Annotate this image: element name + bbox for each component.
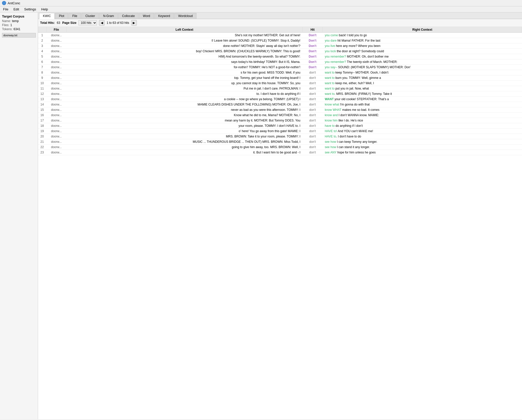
row-hit: Don't <box>302 33 323 38</box>
sidebar-files-row: Files: 1 <box>2 23 36 27</box>
row-file[interactable]: doorw... <box>46 145 66 150</box>
row-left-context: your room, please. TOMMY: I don't HAVE t… <box>66 123 302 129</box>
row-left-context: MAMIE CLEARS DISHES UNDER THE FOLLOWING)… <box>66 102 302 107</box>
table-row: 6doorw...says today's his birthday! TOMM… <box>38 59 522 65</box>
row-file[interactable]: doorw... <box>46 123 66 129</box>
sidebar-file-item[interactable]: doorway.txt <box>2 33 36 38</box>
tab-word[interactable]: Word <box>139 13 154 19</box>
row-file[interactable]: doorw... <box>46 139 66 145</box>
menu-settings[interactable]: Settings <box>22 7 38 12</box>
row-right-context: you come back! I told you to go <box>323 33 522 38</box>
row-file[interactable]: doorw... <box>46 118 66 123</box>
table-row: 2doorw...t! Leave him alone! SOUND: (SCU… <box>38 38 522 43</box>
sidebar-name-label: Name: <box>2 19 11 23</box>
menu-file[interactable]: File <box>1 7 10 12</box>
row-file[interactable]: doorw... <box>46 86 66 91</box>
row-right-context: see ANY hope for him unless he goes <box>323 150 522 155</box>
row-right-context: you lock the door at night? Somebody cou… <box>323 49 522 54</box>
row-file[interactable]: doorw... <box>46 134 66 139</box>
tab-kwic[interactable]: KWIC <box>39 13 55 19</box>
row-num: 7 <box>38 65 46 70</box>
row-file[interactable]: doorw... <box>46 102 66 107</box>
row-right-context: know WHAT makes me so bad. It comes <box>323 107 522 113</box>
row-left-context: to. I don't have to do anything if I <box>66 91 302 97</box>
row-right-context: have to do anything if I don't <box>323 123 522 129</box>
row-right-context: want to put you in jail. Now, what <box>323 86 522 91</box>
row-num: 2 <box>38 38 46 43</box>
row-hit: Don't <box>302 59 323 65</box>
row-hit: don't <box>302 123 323 129</box>
row-file[interactable]: doorw... <box>46 150 66 155</box>
row-num: 22 <box>38 145 46 150</box>
row-file[interactable]: doorw... <box>46 54 66 59</box>
row-right-context: want to keep Tommy-- MOTHER: Oooh, I did… <box>323 70 522 75</box>
row-file[interactable]: doorw... <box>46 59 66 65</box>
row-left-context: never as bad as you were this afternoon.… <box>66 107 302 113</box>
row-right-context: want to. MRS. BROWN: (FIRMLY) Tommy. Tak… <box>323 91 522 97</box>
row-num: 1 <box>38 33 46 38</box>
row-num: 6 <box>38 59 46 65</box>
tab-keyword[interactable]: Keyword <box>155 13 174 19</box>
row-file[interactable]: doorw... <box>46 33 66 38</box>
menu-help[interactable]: Help <box>39 7 50 12</box>
page-size-select[interactable]: 50 hits 100 hits 200 hits <box>78 20 97 25</box>
row-right-context: HAVE to. I don't have to do <box>323 134 522 139</box>
row-left-context: She's not my mother! MOTHER: Get out of … <box>66 33 302 38</box>
row-hit: don't <box>302 81 323 86</box>
row-file[interactable]: doorw... <box>46 38 66 43</box>
row-left-context: HIM) And tomorrow's the twenty-seventh. … <box>66 54 302 59</box>
menu-edit[interactable]: Edit <box>11 7 21 12</box>
tab-file[interactable]: File <box>69 13 81 19</box>
row-file[interactable]: doorw... <box>46 97 66 102</box>
row-num: 20 <box>38 134 46 139</box>
row-right-context: you live here any more? Where you been <box>323 43 522 49</box>
row-file[interactable]: doorw... <box>46 70 66 75</box>
table-row: 19doorw...o' here! You go away from this… <box>38 129 522 134</box>
row-file[interactable]: doorw... <box>46 129 66 134</box>
row-left-context: Put me in jail. I don't care. PATROLMAN:… <box>66 86 302 91</box>
row-num: 9 <box>38 75 46 81</box>
table-row: 3doorw...done nothin'! MOTHER: Stayin' a… <box>38 43 522 49</box>
row-hit: Don't <box>302 65 323 70</box>
tab-plot[interactable]: Plot <box>55 13 68 19</box>
row-left-context: says today's his birthday! TOMMY: But it… <box>66 59 302 65</box>
row-num: 15 <box>38 107 46 113</box>
controls-bar: Total Hits: 63 Page Size 50 hits 100 hit… <box>38 19 522 27</box>
app-title: AntConc <box>8 1 20 5</box>
main-layout: Target Corpus Name: temp Files: 1 Tokens… <box>0 12 522 419</box>
row-hit: Don't <box>302 54 323 59</box>
table-row: 15doorw...never as bad as you were this … <box>38 107 522 113</box>
row-hit: don't <box>302 134 323 139</box>
table-row: 21doorw...MUSIC ... THUNDEROUS BRIDGE ..… <box>38 139 522 145</box>
tab-ngram[interactable]: N-Gram <box>99 13 118 19</box>
row-file[interactable]: doorw... <box>46 75 66 81</box>
row-num: 18 <box>38 123 46 129</box>
row-num: 13 <box>38 97 46 102</box>
row-hit: don't <box>302 102 323 107</box>
row-file[interactable]: doorw... <box>46 65 66 70</box>
row-right-context: know him like I do. He's nice <box>323 118 522 123</box>
row-file[interactable]: doorw... <box>46 107 66 113</box>
row-file[interactable]: doorw... <box>46 91 66 97</box>
row-file[interactable]: doorw... <box>46 113 66 118</box>
row-hit: don't <box>302 70 323 75</box>
row-left-context: for-nothin'! TOMMY: He's NOT a good-for-… <box>66 65 302 70</box>
tab-wordcloud[interactable]: Wordcloud <box>174 13 196 19</box>
title-bar: AntConc <box>0 0 522 6</box>
row-num: 16 <box>38 113 46 118</box>
nav-next-button[interactable]: ▶ <box>131 20 137 26</box>
nav-prev-button[interactable]: ◀ <box>99 20 105 26</box>
table-row: 1doorw...She's not my mother! MOTHER: Ge… <box>38 33 522 38</box>
total-hits-value: 63 <box>57 21 60 25</box>
tab-cluster[interactable]: Cluster <box>81 13 99 19</box>
page-info: 1 to 63 of 63 hits <box>107 21 129 25</box>
row-file[interactable]: doorw... <box>46 81 66 86</box>
tab-collocate[interactable]: Collocate <box>118 13 139 19</box>
row-right-context: want to keep me, either, huh? Well, I <box>323 81 522 86</box>
row-left-context: it. But I want him to be good and - I <box>66 150 302 155</box>
row-file[interactable]: doorw... <box>46 43 66 49</box>
row-num: 5 <box>38 54 46 59</box>
row-num: 19 <box>38 129 46 134</box>
sidebar-name-value: temp <box>12 19 19 23</box>
row-file[interactable]: doorw... <box>46 49 66 54</box>
